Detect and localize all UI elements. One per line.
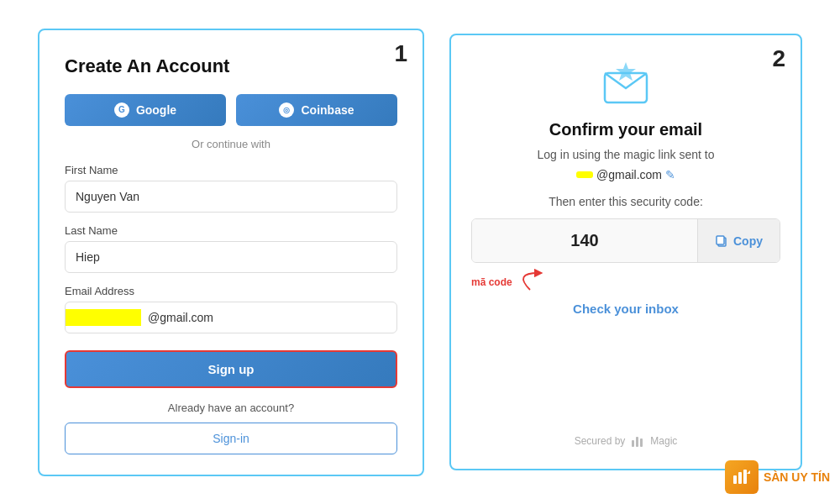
first-name-input[interactable] — [65, 181, 397, 213]
copy-button[interactable]: Copy — [697, 219, 780, 262]
first-name-label: First Name — [65, 164, 397, 176]
svg-marker-11 — [747, 470, 750, 474]
email-input-wrapper: @gmail.com — [65, 302, 397, 333]
branding: SÀN UY TÍN — [725, 460, 830, 494]
email-suffix: @gmail.com — [141, 302, 220, 333]
email-group: Email Address @gmail.com — [65, 285, 397, 333]
branding-chart-icon — [732, 467, 752, 487]
last-name-input[interactable] — [65, 241, 397, 273]
google-icon: G — [114, 102, 129, 118]
or-continue-text: Or continue with — [65, 138, 397, 150]
svg-rect-8 — [733, 475, 737, 484]
email-icon-wrapper — [601, 60, 651, 110]
confirm-email-icon — [601, 60, 651, 107]
confirm-title: Confirm your email — [549, 120, 702, 139]
first-name-group: First Name — [65, 164, 397, 213]
security-code-row: 140 Copy — [471, 218, 780, 263]
coinbase-icon: ◎ — [279, 102, 294, 118]
svg-rect-5 — [632, 440, 634, 447]
social-buttons-group: G Google ◎ Coinbase — [65, 94, 397, 126]
check-inbox-link[interactable]: Check your inbox — [573, 302, 679, 316]
branding-logo — [725, 460, 759, 494]
arrow-annotation: mã code — [471, 265, 780, 295]
email-domain: @gmail.com — [596, 168, 662, 181]
email-highlight — [66, 309, 141, 326]
svg-rect-9 — [738, 472, 742, 484]
svg-rect-10 — [743, 470, 747, 484]
edit-email-icon[interactable]: ✎ — [665, 168, 675, 181]
email-label: Email Address — [65, 285, 397, 297]
svg-rect-6 — [636, 437, 638, 447]
panel-2-number: 2 — [772, 45, 785, 72]
last-name-label: Last Name — [65, 224, 397, 237]
secured-by: Secured by Magic — [575, 433, 678, 449]
panel-1-number: 1 — [394, 40, 407, 67]
svg-marker-1 — [616, 62, 636, 81]
email-display: @gmail.com ✎ — [576, 168, 675, 181]
magic-bars-icon — [630, 433, 645, 449]
branding-text: SÀN UY TÍN — [764, 470, 830, 484]
confirm-subtitle: Log in using the magic link sent to — [538, 148, 715, 161]
already-account-text: Already have an account? — [65, 402, 397, 414]
signin-button[interactable]: Sign-in — [65, 423, 397, 454]
security-label: Then enter this security code: — [549, 195, 703, 208]
copy-icon — [715, 234, 728, 248]
signup-button[interactable]: Sign up — [65, 350, 397, 388]
svg-rect-7 — [640, 438, 643, 447]
coinbase-button[interactable]: ◎ Coinbase — [236, 94, 397, 126]
confirm-email-panel: 2 Confirm your email Log in using the ma… — [449, 34, 802, 470]
create-account-panel: 1 Create An Account G Google ◎ Coinbase … — [38, 29, 424, 476]
security-code-value: 140 — [472, 219, 697, 262]
panel-1-title: Create An Account — [65, 55, 397, 77]
ma-code-label: mã code — [471, 276, 512, 288]
google-button[interactable]: G Google — [65, 94, 226, 126]
last-name-group: Last Name — [65, 224, 397, 273]
email-highlight-box — [576, 171, 593, 178]
svg-rect-3 — [717, 236, 724, 244]
